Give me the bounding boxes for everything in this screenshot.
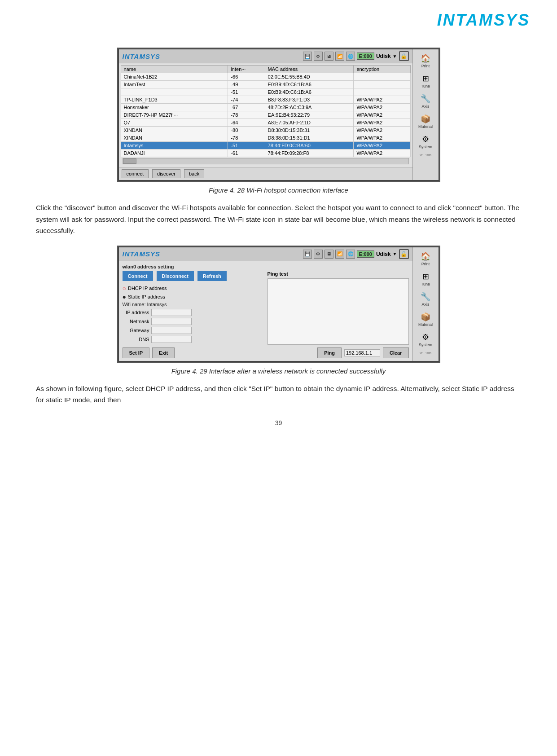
table-cell-mac: 02:0E:5E:55:B8:4D: [265, 73, 354, 81]
connect-button[interactable]: connect: [122, 169, 149, 178]
table-row[interactable]: Intamsys-5178:44:FD:0C:BA:60WPA/WPA2: [121, 142, 410, 149]
col-encryption: encryption: [354, 66, 410, 73]
sidebar-material-1[interactable]: 📦 Material: [414, 112, 437, 131]
sidebar-axis-2[interactable]: 🔧 Axis: [414, 290, 437, 309]
table-cell-enc: WPA/WPA2: [354, 111, 410, 119]
sidebar-axis-1[interactable]: 🔧 Axis: [414, 92, 437, 111]
bottom-btn-row: Set IP Exit Ping Clear: [123, 345, 409, 358]
table-cell-enc: WPA/WPA2: [354, 134, 410, 142]
static-radio-icon[interactable]: ●: [123, 293, 126, 300]
material-label-2: Material: [418, 322, 433, 327]
table-row[interactable]: DIRECT-79-HP M227f ···-78EA:9E:B4:53:22:…: [121, 111, 410, 119]
globe-icon-2: 🌐: [346, 250, 355, 259]
figure1-container: INTAMSYS 💾 ⚙ 🖥 📶 🌐 E:000 Udisk ▼ 🔒: [117, 48, 440, 182]
dns-input[interactable]: [151, 336, 192, 343]
table-row[interactable]: Honsmaker-6748:7D:2E:AC:C3:9AWPA/WPA2: [121, 104, 410, 111]
table-cell-mac: 78:44:FD:0C:BA:60: [265, 142, 354, 149]
sidebar-material-2[interactable]: 📦 Material: [414, 310, 437, 329]
table-cell-enc: [354, 73, 410, 81]
globe-icon: 🌐: [346, 52, 355, 61]
table-row[interactable]: XINDAN-80D8:38:0D:15:3B:31WPA/WPA2: [121, 127, 410, 134]
disconnect-btn[interactable]: Disconnect: [157, 271, 194, 281]
dns-field-row: DNS: [123, 336, 264, 343]
netmask-field-row: Netmask: [123, 318, 264, 325]
gateway-input[interactable]: [151, 327, 192, 334]
table-cell-mac: D8:38:0D:15:31:D1: [265, 134, 354, 142]
lock-icon-2: 🔓: [399, 249, 409, 259]
table-cell-intensity: -67: [228, 104, 265, 111]
netmask-input[interactable]: [151, 318, 192, 325]
table-cell-mac: A8:E7:05:AF:F2:1D: [265, 119, 354, 127]
table-cell-enc: WPA/WPA2: [354, 104, 410, 111]
printer-logo-1: INTAMSYS: [123, 53, 160, 60]
static-label: Static IP address: [128, 294, 165, 299]
udisk-label-2: Udisk: [376, 251, 391, 257]
dhcp-radio-icon[interactable]: ○: [123, 285, 126, 292]
table-row[interactable]: IntamTest-49E0:B9:4D:C6:1B:A6: [121, 81, 410, 88]
top-bar-icons-1: 💾 ⚙ 🖥 📶 🌐 E:000 Udisk ▼ 🔒: [303, 51, 409, 61]
table-cell-name: ChinaNet-1B22: [121, 73, 228, 81]
system-icon: ⚙: [422, 134, 429, 144]
action-btn-row: Connect Disconnect Refresh: [123, 271, 264, 281]
network-icon-2: 🖥: [325, 250, 333, 259]
wifi-table-body[interactable]: ChinaNet-1B22-6602:0E:5E:55:B8:4DIntamTe…: [121, 73, 410, 157]
table-row[interactable]: -51E0:B9:4D:C6:1B:A6: [121, 88, 410, 96]
table-cell-name: XINDAN: [121, 134, 228, 142]
section-title: wlan0 address setting: [123, 264, 409, 269]
table-row[interactable]: ChinaNet-1B22-6602:0E:5E:55:B8:4D: [121, 73, 410, 81]
col-intensity: inten···: [228, 66, 265, 73]
table-row[interactable]: XINDAN-78D8:38:0D:15:31:D1WPA/WPA2: [121, 134, 410, 142]
set-ip-btn[interactable]: Set IP: [123, 347, 150, 358]
tune-label-2: Tune: [421, 282, 430, 286]
table-cell-mac: D8:38:0D:15:3B:31: [265, 127, 354, 134]
clear-btn[interactable]: Clear: [383, 347, 409, 358]
h-scrollbar[interactable]: [123, 158, 409, 164]
back-button[interactable]: back: [184, 169, 204, 178]
page-header: INTAMSYS: [0, 0, 557, 34]
material-label: Material: [418, 124, 433, 129]
top-bar-1: INTAMSYS 💾 ⚙ 🖥 📶 🌐 E:000 Udisk ▼ 🔒: [119, 49, 412, 63]
system-label-2: System: [419, 343, 432, 347]
h-scroll-thumb[interactable]: [123, 158, 136, 164]
sidebar-print-2[interactable]: 🏠 Print: [414, 249, 437, 268]
table-cell-intensity: -74: [228, 96, 265, 104]
sidebar-print-1[interactable]: 🏠 Print: [414, 51, 437, 70]
tune-icon-2: ⊞: [422, 272, 429, 281]
dhcp-label: DHCP IP address: [128, 286, 167, 291]
connect-btn-2[interactable]: Connect: [123, 271, 153, 281]
table-cell-mac: EA:9E:B4:53:22:79: [265, 111, 354, 119]
table-row[interactable]: Q7-64A8:E7:05:AF:F2:1DWPA/WPA2: [121, 119, 410, 127]
print-label-2: Print: [421, 262, 430, 266]
table-cell-enc: WPA/WPA2: [354, 142, 410, 149]
e-badge-2: E:000: [357, 251, 374, 258]
refresh-btn[interactable]: Refresh: [197, 271, 227, 281]
printer-logo-2: INTAMSYS: [123, 250, 160, 258]
table-row[interactable]: TP-LINK_F1D3-74B8:F8:83:F3:F1:D3WPA/WPA2: [121, 96, 410, 104]
sidebar-system-2[interactable]: ⚙ System: [414, 330, 437, 349]
netmask-label: Netmask: [123, 319, 149, 324]
table-cell-intensity: -51: [228, 142, 265, 149]
ping-test-label: Ping test: [268, 271, 409, 277]
printer-ui-1: INTAMSYS 💾 ⚙ 🖥 📶 🌐 E:000 Udisk ▼ 🔒: [118, 48, 439, 181]
ip-right-col: Ping test: [268, 271, 409, 345]
dropdown-arrow-1: ▼: [393, 54, 397, 59]
ping-ip-input[interactable]: [344, 349, 380, 356]
table-cell-name: Q7: [121, 119, 228, 127]
axis-icon-2: 🔧: [421, 292, 430, 302]
ping-btn[interactable]: Ping: [317, 347, 342, 358]
sidebar-tune-2[interactable]: ⊞ Tune: [414, 269, 437, 289]
figure2-caption: Figure 4. 29 Interface after a wireless …: [36, 367, 521, 375]
sidebar-system-1[interactable]: ⚙ System: [414, 132, 437, 151]
ip-input[interactable]: [151, 309, 192, 316]
sidebar-tune-1[interactable]: ⊞ Tune: [414, 71, 437, 91]
table-cell-name: TP-LINK_F1D3: [121, 96, 228, 104]
table-cell-name: DADANJI: [121, 149, 228, 157]
material-icon-2: 📦: [421, 312, 430, 322]
version-label-1: V1.10B: [420, 152, 431, 158]
table-row[interactable]: DADANJI-6178:44:FD:09:28:F8WPA/WPA2: [121, 149, 410, 157]
discover-button[interactable]: discover: [152, 169, 180, 178]
exit-btn[interactable]: Exit: [152, 347, 175, 358]
printer-ui-2: INTAMSYS 💾 ⚙ 🖥 📶 🌐 E:000 Udisk ▼ 🔓: [118, 246, 439, 362]
body-text-1: Click the "discover" button and discover…: [36, 202, 521, 237]
gateway-field-row: Gateway: [123, 327, 264, 334]
